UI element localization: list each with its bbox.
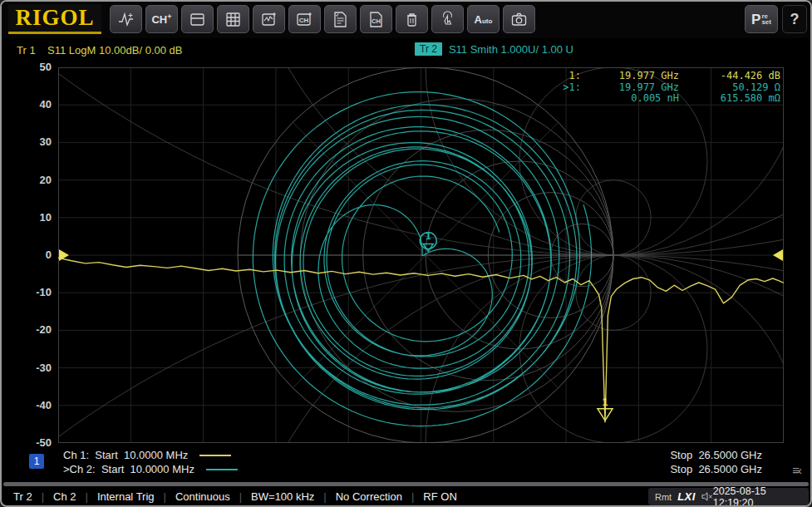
vna-screen: RIGOL P reset ? CH+CHCHAuto Tr 1 S11 Log… (0, 0, 812, 507)
svg-text:CH: CH (372, 17, 381, 24)
ch2-start-row[interactable]: >Ch 2: Start 10.0000 MHz (63, 463, 238, 475)
status-bar: Tr 2|Ch 2|Internal Trig|Continuous|BW=10… (2, 488, 810, 505)
trace-doc-button[interactable] (324, 5, 357, 33)
plot-area[interactable]: 11 (58, 67, 784, 443)
trace2-detail: S11 Smith 1.000U/ 1.00 U (449, 43, 573, 56)
remote-indicator: Rmt (655, 492, 672, 502)
ch1-start-row[interactable]: Ch 1: Start 10.0000 MHz (63, 449, 231, 461)
rigol-logo: RIGOL (8, 4, 101, 34)
datetime: 2025-08-15 12:19:20 (713, 485, 802, 507)
trace-add-button[interactable] (110, 5, 142, 33)
y-tick--10: -10 (5, 286, 52, 298)
y-tick-0: 0 (5, 249, 52, 261)
y-tick-50: 50 (5, 61, 52, 73)
marker-row-tr2-lc: 0.005 nH 615.580 mΩ (551, 93, 780, 105)
auto-scale-button[interactable]: Auto (467, 5, 500, 33)
window-layout-button[interactable] (181, 5, 214, 33)
status-item-tr-2[interactable]: Tr 2 (13, 490, 32, 503)
channel-doc-button[interactable]: CH (360, 5, 392, 33)
window-layout-icon (188, 10, 207, 29)
trace-doc-icon (331, 10, 350, 29)
status-item-internal-trig[interactable]: Internal Trig (97, 490, 155, 503)
trace-legend-bar: Tr 1 S11 LogM 10.00dB/ 0.00 dB Tr 2 S11 … (2, 40, 810, 62)
preset-button[interactable]: P reset (745, 5, 778, 33)
ch1-stop-label: Stop 26.5000 GHz (670, 449, 762, 461)
channel-window-button[interactable]: CH (288, 5, 321, 33)
help-icon: ? (790, 12, 800, 27)
mute-icon[interactable] (701, 491, 713, 502)
delete-button[interactable] (396, 5, 428, 33)
y-tick--30: -30 (5, 362, 52, 374)
screenshot-button[interactable] (503, 5, 535, 33)
status-divider (3, 482, 809, 486)
status-items: Tr 2|Ch 2|Internal Trig|Continuous|BW=10… (2, 490, 648, 503)
status-separator: | (323, 490, 326, 503)
y-tick--20: -20 (5, 323, 52, 336)
y-tick-10: 10 (5, 211, 52, 224)
y-tick-30: 30 (5, 135, 52, 148)
status-item-continuous[interactable]: Continuous (175, 490, 230, 503)
status-item-rf-on[interactable]: RF ON (423, 490, 456, 503)
trace2-legend[interactable]: Tr 2 S11 Smith 1.000U/ 1.00 U (415, 42, 573, 56)
ch2-trace-swatch (206, 469, 238, 470)
marker-row-tr1: 1: 19.977 GHz -44.426 dB (551, 71, 780, 82)
channel-window-icon: CH (295, 10, 314, 29)
trace-window-icon (259, 10, 278, 29)
menu-collapse-icon[interactable]: ≡‹ (792, 463, 800, 477)
help-button[interactable]: ? (782, 5, 807, 33)
trace1-legend[interactable]: Tr 1 S11 LogM 10.00dB/ 0.00 dB (17, 44, 182, 57)
preset-stack: reset (761, 13, 771, 25)
ch1-trace-swatch (199, 455, 231, 456)
status-separator: | (42, 490, 44, 503)
channel-add-icon: CH+ (151, 13, 171, 25)
lxi-logo: LXI (677, 490, 696, 503)
status-item-ch-2[interactable]: Ch 2 (53, 490, 76, 503)
status-separator: | (411, 490, 414, 503)
status-item-bw-100-khz[interactable]: BW=100 kHz (251, 490, 314, 503)
preset-label: P (751, 12, 760, 27)
trace2-active-badge: Tr 2 (415, 42, 442, 56)
toolbar: RIGOL P reset ? CH+CHCHAuto (2, 2, 810, 38)
window-number-badge[interactable]: 1 (29, 454, 44, 469)
ref-level-marker-right[interactable] (773, 249, 783, 261)
delete-icon (402, 10, 421, 29)
trace-window-button[interactable] (253, 5, 285, 33)
y-tick--50: -50 (5, 436, 52, 449)
auto-scale-icon: Auto (475, 14, 493, 25)
y-tick--40: -40 (5, 399, 52, 411)
display-table-icon (224, 10, 243, 29)
svg-text:1: 1 (426, 230, 431, 242)
status-separator: | (164, 490, 166, 503)
y-tick-40: 40 (5, 98, 52, 111)
status-right-panel: Rmt LXI 2025-08-15 12:19:20 (648, 488, 809, 505)
svg-text:1: 1 (603, 396, 608, 408)
y-tick-20: 20 (5, 174, 52, 186)
channel-doc-icon: CH (367, 10, 386, 29)
status-item-no-correction[interactable]: No Correction (336, 490, 402, 503)
svg-text:CH: CH (299, 17, 309, 24)
status-separator: | (86, 490, 88, 503)
touch-button[interactable] (431, 5, 464, 33)
marker-row-tr2: >1: 19.977 GHz 50.129 Ω (551, 82, 780, 94)
status-separator: | (239, 490, 242, 503)
screenshot-icon (509, 10, 529, 29)
trace-add-icon (116, 10, 135, 29)
touch-icon (438, 10, 457, 29)
marker-readout: 1: 19.977 GHz -44.426 dB >1: 19.977 GHz … (551, 71, 780, 105)
display-table-button[interactable] (217, 5, 249, 33)
channel-add-button[interactable]: CH+ (145, 5, 178, 33)
channel-info: 1 Ch 1: Start 10.0000 MHz >Ch 2: Start 1… (2, 446, 810, 481)
ch2-stop-label: Stop 26.5000 GHz (670, 463, 762, 475)
